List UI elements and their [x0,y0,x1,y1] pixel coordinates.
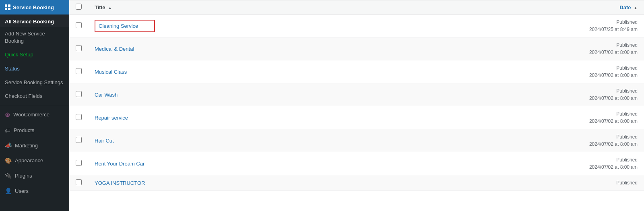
row-checkbox[interactable] [76,45,82,51]
sidebar-item-woocommerce[interactable]: ⊛ WooCommerce [0,107,69,123]
row-checkbox-cell [69,83,88,106]
sidebar-divider-1 [0,105,69,105]
row-title-cell: YOGA INSTRUCTOR [88,175,391,191]
row-date-cell: Published2024/07/02 at 8:00 am [391,152,644,175]
sidebar-item-plugins[interactable]: 🔌 Plugins [0,168,69,184]
sidebar-section-title: All Service Booking [0,14,69,27]
users-icon: 👤 [5,187,12,195]
table-row: YOGA INSTRUCTORPublished [69,175,644,191]
row-checkbox-cell [69,60,88,83]
service-booking-table: Title ▲ Date ▲ Cleaning ServicePublished… [69,0,644,191]
row-title-link[interactable]: Cleaning Service [99,23,138,29]
date-value: 2024/07/02 at 8:00 am [589,164,638,170]
table-row: Rent Your Dream CarPublished2024/07/02 a… [69,152,644,175]
row-checkbox-cell [69,152,88,175]
row-checkbox-cell [69,14,88,37]
row-date-cell: Published2024/07/02 at 8:00 am [391,60,644,83]
row-checkbox[interactable] [76,160,82,166]
row-title-link[interactable]: Musical Class [95,69,127,75]
table-row: Repair servicePublished2024/07/02 at 8:0… [69,106,644,129]
row-checkbox[interactable] [76,68,82,74]
row-date-cell: Published [391,175,644,191]
date-value: 2024/07/02 at 8:00 am [589,50,638,55]
row-title-cell: Hair Cut [88,129,391,152]
sidebar-item-sb-settings[interactable]: Service Booking Settings [0,76,69,89]
row-date-cell: Published2024/07/02 at 8:00 am [391,37,644,60]
row-checkbox[interactable] [76,179,82,185]
sidebar-item-products[interactable]: 🏷 Products [0,123,69,139]
row-title-cell: Medical & Dental [88,37,391,60]
date-value: 2024/07/02 at 8:00 am [589,141,638,147]
select-all-header[interactable] [69,0,88,14]
megaphone-icon: 📣 [5,142,12,150]
title-sort-icon[interactable]: ▲ [108,6,112,10]
sidebar-app-title: Service Booking [13,4,54,10]
sidebar-item-users[interactable]: 👤 Users [0,184,69,199]
status-badge: Published [616,111,638,117]
date-sort-icon[interactable]: ▲ [634,6,638,10]
row-checkbox[interactable] [76,91,82,97]
row-title-cell: Cleaning Service [88,14,391,37]
row-checkbox-cell [69,175,88,191]
status-badge: Published [616,65,638,71]
row-date-cell: Published2024/07/02 at 8:00 am [391,106,644,129]
row-title-cell: Musical Class [88,60,391,83]
date-column-header[interactable]: Date ▲ [391,0,644,14]
date-value: 2024/07/02 at 8:00 am [589,95,638,101]
woo-icon: ⊛ [5,110,10,119]
date-value: 2024/07/25 at 8:49 am [589,27,638,32]
row-date-cell: Published2024/07/02 at 8:00 am [391,129,644,152]
row-title-cell: Car Wash [88,83,391,106]
table-row: Car WashPublished2024/07/02 at 8:00 am [69,83,644,106]
status-badge: Published [616,88,638,94]
row-title-link[interactable]: Hair Cut [95,138,114,144]
sidebar-item-checkout-fields[interactable]: Checkout Fields [0,89,69,103]
row-title-link[interactable]: Car Wash [95,92,118,98]
row-title-link[interactable]: Repair service [95,115,128,121]
sidebar-app-header[interactable]: Service Booking [0,0,69,14]
sidebar-item-add-new[interactable]: Add New Service Booking [0,27,69,48]
row-date-cell: Published2024/07/02 at 8:00 am [391,83,644,106]
table-row: Medical & DentalPublished2024/07/02 at 8… [69,37,644,60]
sidebar-item-quick-setup[interactable]: Quick Setup [0,48,69,62]
paint-icon: 🎨 [5,157,12,165]
row-title-cell: Rent Your Dream Car [88,152,391,175]
row-checkbox-cell [69,129,88,152]
tag-icon: 🏷 [5,127,10,135]
plugin-icon: 🔌 [5,172,12,180]
main-content: Title ▲ Date ▲ Cleaning ServicePublished… [69,0,644,211]
sidebar-item-marketing[interactable]: 📣 Marketing [0,138,69,153]
status-badge: Published [616,19,638,25]
row-checkbox[interactable] [76,114,82,120]
table-row: Musical ClassPublished2024/07/02 at 8:00… [69,60,644,83]
status-badge: Published [616,42,638,48]
select-all-checkbox[interactable] [76,4,82,10]
row-title-link[interactable]: Medical & Dental [95,46,134,52]
status-badge: Published [616,157,638,163]
row-checkbox[interactable] [76,22,82,28]
sidebar-item-status[interactable]: Status [0,62,69,76]
table-row: Hair CutPublished2024/07/02 at 8:00 am [69,129,644,152]
row-checkbox-cell [69,106,88,129]
table-row: Cleaning ServicePublished2024/07/25 at 8… [69,14,644,37]
status-badge: Published [616,134,638,140]
row-checkbox[interactable] [76,137,82,143]
row-title-link[interactable]: YOGA INSTRUCTOR [95,180,145,186]
date-value: 2024/07/02 at 8:00 am [589,118,638,124]
row-title-cell: Repair service [88,106,391,129]
table-wrap: Title ▲ Date ▲ Cleaning ServicePublished… [69,0,644,191]
highlighted-title-box: Cleaning Service [95,20,155,32]
row-date-cell: Published2024/07/25 at 8:49 am [391,14,644,37]
date-value: 2024/07/02 at 8:00 am [589,72,638,78]
sidebar-item-appearance[interactable]: 🎨 Appearance [0,153,69,169]
sidebar: Service Booking All Service Booking Add … [0,0,69,211]
title-column-header[interactable]: Title ▲ [88,0,391,14]
row-checkbox-cell [69,37,88,60]
status-badge: Published [616,180,638,186]
row-title-link[interactable]: Rent Your Dream Car [95,161,144,167]
grid-icon [5,4,10,10]
